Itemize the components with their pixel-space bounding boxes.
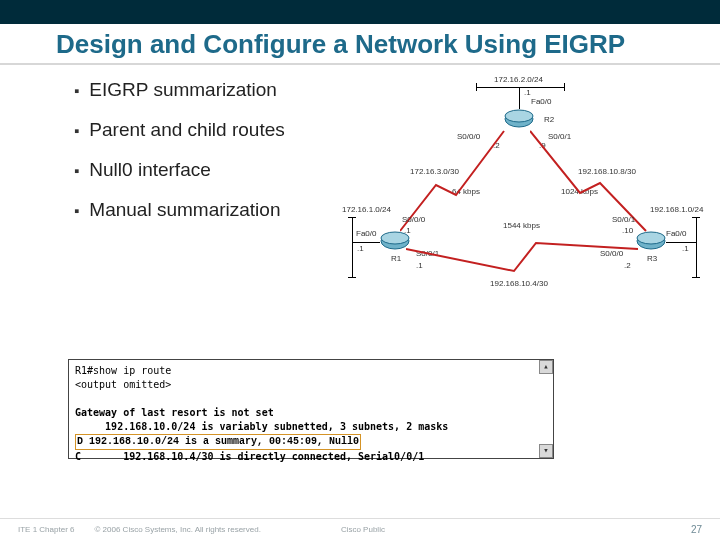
diagram-line (696, 217, 697, 277)
network-diagram: 172.16.2.0/24 Fa0/0 .1 R2 S0/0/0 S0/0/1 … (344, 79, 716, 339)
label-dot: .1 (357, 244, 364, 253)
title-wrap: Design and Configure a Network Using EIG… (0, 24, 720, 65)
terminal-line (75, 392, 547, 406)
footer-copyright: © 2006 Cisco Systems, Inc. All rights re… (94, 525, 260, 534)
diagram-line (352, 242, 380, 243)
diagram-line (564, 83, 565, 91)
diagram-line (352, 217, 353, 277)
page-number: 27 (691, 524, 702, 535)
svg-point-1 (505, 110, 533, 122)
diagram-line (476, 83, 477, 91)
terminal-line: C 192.168.10.4/30 is directly connected,… (75, 450, 547, 464)
diagram-line (692, 217, 700, 218)
label-net-left: 172.16.1.0/24 (342, 205, 391, 214)
router-label: R3 (642, 254, 662, 263)
terminal-line: Gateway of last resort is not set (75, 406, 547, 420)
footer-chapter: ITE 1 Chapter 6 (18, 525, 74, 534)
label-net-top: 172.16.2.0/24 (494, 75, 543, 84)
label-bw-bottom: 1544 kbps (503, 221, 540, 230)
terminal-line: 192.168.10.0/24 is variably subnetted, 3… (75, 420, 547, 434)
page-title: Design and Configure a Network Using EIG… (56, 30, 720, 59)
serial-link (406, 237, 640, 277)
label-fa00: Fa0/0 (531, 97, 551, 106)
diagram-line (476, 87, 564, 88)
terminal-line: R1#show ip route (75, 364, 547, 378)
router-icon (636, 231, 666, 251)
label-fa00: Fa0/0 (666, 229, 686, 238)
router-icon (504, 109, 534, 129)
terminal-line: <output omitted> (75, 378, 547, 392)
label-dot: .10 (622, 226, 633, 235)
label-fa00: Fa0/0 (356, 229, 376, 238)
content: EIGRP summarization Parent and child rou… (0, 79, 720, 509)
label-net-right: 192.168.1.0/24 (650, 205, 703, 214)
label-s001: S0/0/1 (612, 215, 635, 224)
diagram-line (519, 87, 520, 109)
label-dot: .1 (682, 244, 689, 253)
footer-label: Cisco Public (341, 525, 385, 534)
diagram-line (666, 242, 696, 243)
label-dot: .1 (404, 226, 411, 235)
terminal-line-highlight: D 192.168.10.0/24 is a summary, 00:45:09… (75, 434, 547, 450)
diagram-line (348, 277, 356, 278)
label-dot: .1 (524, 88, 531, 97)
scroll-up-icon[interactable]: ▴ (539, 360, 553, 374)
diagram-line (692, 277, 700, 278)
top-bar (0, 0, 720, 24)
footer: ITE 1 Chapter 6 © 2006 Cisco Systems, In… (0, 518, 720, 540)
scroll-down-icon[interactable]: ▾ (539, 444, 553, 458)
label-net-bottom: 192.168.10.4/30 (490, 279, 548, 288)
label-s000: S0/0/0 (402, 215, 425, 224)
terminal-window: R1#show ip route <output omitted> Gatewa… (68, 359, 554, 459)
router-label: R1 (386, 254, 406, 263)
svg-point-5 (637, 232, 665, 244)
diagram-line (348, 217, 356, 218)
router-label: R2 (539, 115, 559, 124)
